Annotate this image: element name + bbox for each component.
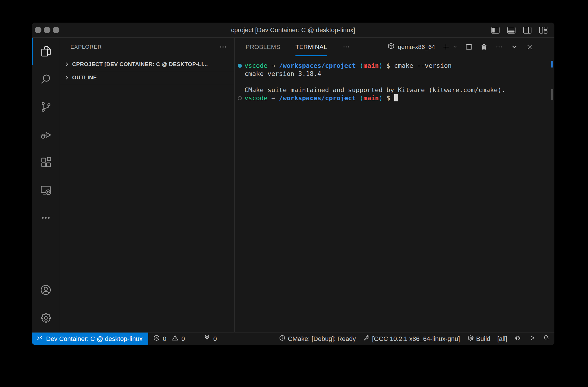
notifications-button[interactable] [539,333,553,345]
terminal-text [356,62,359,69]
tab-terminal[interactable]: TERMINAL [295,38,327,56]
explorer-more-actions-icon[interactable] [219,43,227,51]
layout-controls [491,27,554,34]
status-bar-right: CMake: [Debug]: Ready [GCC 10.2.1 x86_64… [275,333,554,345]
terminal-text: /workspaces/cproject [279,62,356,69]
terminal-line [244,78,554,86]
tab-problems[interactable]: PROBLEMS [246,38,280,56]
build-target[interactable]: [all] [494,333,511,345]
prompt-decoration-icon[interactable] [238,96,242,100]
gear-icon [39,311,52,325]
terminal-text: /workspaces/cproject [279,94,356,102]
new-terminal-icon[interactable] [442,43,450,51]
sidebar-item-explorer[interactable] [32,38,60,65]
sidebar-item-accounts[interactable] [32,277,60,304]
warning-icon [171,334,179,343]
run-debug-icon [39,128,52,142]
build-label: Build [476,335,490,343]
hide-panel-chevron-icon[interactable] [510,43,519,51]
customize-layout-icon[interactable] [539,27,547,34]
remote-label: Dev Container: C @ desktop-linux [46,335,143,343]
terminal-line: vscode → /workspaces/cproject (main) $ c… [244,62,554,70]
section-header-workspace[interactable]: CPROJECT [DEV CONTAINER: C @ DESKTOP-LI.… [60,58,234,71]
cmake-build-button[interactable]: Build [463,333,494,345]
terminal-text: ( [359,94,363,102]
account-icon [39,284,52,297]
radio-tower-icon [203,334,211,343]
sidebar-header: EXPLORER [60,38,234,56]
chevron-right-icon [63,74,70,81]
command-decoration-icon[interactable] [238,64,242,68]
terminal-instance[interactable]: qemu-x86_64 [387,42,435,52]
bottom-panel: PROBLEMS TERMINAL [235,38,554,332]
minimize-window-button[interactable] [44,27,50,33]
terminal-text: main [364,62,379,69]
section-header-outline[interactable]: OUTLINE [60,71,234,84]
explorer-sidebar: EXPLORER CPROJECT [DEV [60,38,235,332]
remote-indicator[interactable]: Dev Container: C @ desktop-linux [32,333,148,345]
scrollbar-command-mark [551,61,553,67]
window-title: cproject [Dev Container: C @ desktop-lin… [32,26,554,34]
toggle-panel-icon[interactable] [507,27,516,34]
close-panel-icon[interactable] [526,43,534,51]
cmake-debug-button[interactable] [511,333,525,345]
cmake-kit[interactable]: [GCC 10.2.1 x86_64-linux-gnu] [359,333,463,345]
sidebar-item-extensions[interactable] [32,149,60,177]
sidebar-item-search[interactable] [32,65,60,93]
files-icon [39,45,52,59]
terminal-profile-icon [387,42,395,52]
remote-icon [36,335,43,343]
build-target-label: [all] [497,335,507,343]
sidebar-item-settings[interactable] [32,304,60,332]
sidebar-item-source-control[interactable] [32,93,60,121]
sidebar-title: EXPLORER [70,44,219,50]
terminal-view[interactable]: vscode → /workspaces/cproject (main) $ c… [235,56,554,332]
terminal-text: vscode [244,94,267,102]
bug-icon [514,334,521,343]
cmake-status-label: CMake: [Debug]: Ready [288,335,356,343]
tools-icon [363,334,370,343]
cmake-status[interactable]: CMake: [Debug]: Ready [275,333,359,345]
problems-status[interactable]: 0 0 [149,333,189,345]
new-terminal-group [442,43,458,51]
terminal-text [267,62,271,69]
terminal-text: main [364,94,379,102]
launch-profile-chevron-icon[interactable] [452,44,458,50]
terminal-text: ) [379,62,383,69]
terminal-more-actions-icon[interactable] [495,43,503,51]
panel-tabs-more-icon[interactable] [342,38,350,56]
ports-status[interactable]: 0 [200,333,220,345]
terminal-text: CMake suite maintained and supported by … [244,86,505,94]
toggle-secondary-sidebar-icon[interactable] [523,27,532,34]
vscode-window: cproject [Dev Container: C @ desktop-lin… [32,23,554,345]
remote-explorer-icon [39,184,52,198]
sidebar-item-run-debug[interactable] [32,121,60,149]
workbench-body: EXPLORER CPROJECT [DEV [32,38,554,332]
terminal-text: $ [383,94,394,102]
terminal-content: vscode → /workspaces/cproject (main) $ c… [235,62,554,102]
activity-bar-spacer [32,232,60,277]
sidebar-item-remote-explorer[interactable] [32,177,60,205]
terminal-actions: qemu-x86_64 [387,38,554,56]
terminal-text: ( [359,62,363,69]
cmake-run-button[interactable] [525,333,539,345]
ellipsis-icon [39,211,52,225]
terminal-text: $ cmake --version [383,62,452,69]
split-terminal-icon[interactable] [465,43,473,51]
sidebar-sections: CPROJECT [DEV CONTAINER: C @ DESKTOP-LI.… [60,58,234,84]
toggle-primary-sidebar-icon[interactable] [491,27,500,34]
traffic-lights [32,27,59,33]
source-control-icon [39,100,52,114]
scrollbar-thumb[interactable] [551,89,553,100]
kill-terminal-icon[interactable] [480,43,488,51]
desktop-background: cproject [Dev Container: C @ desktop-lin… [0,0,588,387]
section-label: CPROJECT [DEV CONTAINER: C @ DESKTOP-LI.… [72,61,208,67]
activity-bar [32,38,60,332]
zoom-window-button[interactable] [53,27,59,33]
close-window-button[interactable] [35,27,41,33]
terminal-text: ) [379,94,383,102]
activity-bar-more[interactable] [32,205,60,232]
terminal-text [356,94,359,102]
ports-count: 0 [213,335,217,343]
cmake-kit-label: [GCC 10.2.1 x86_64-linux-gnu] [372,335,460,343]
